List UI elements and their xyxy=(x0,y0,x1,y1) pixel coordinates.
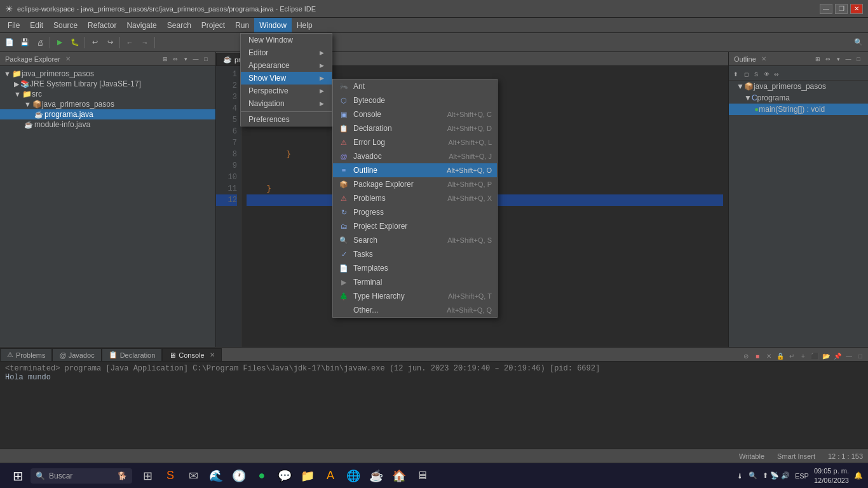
pin-console-button[interactable]: 📌 xyxy=(832,351,843,361)
outline-item-pkg[interactable]: ▼ 📦 java_primeros_pasos xyxy=(729,81,868,92)
maximize-bottom[interactable]: □ xyxy=(855,351,865,361)
menu-help[interactable]: Help xyxy=(292,18,318,32)
sv-ant[interactable]: 🐜 Ant xyxy=(333,79,497,93)
tree-item-package[interactable]: ▼ 📦 java_primeros_pasos xyxy=(0,99,215,109)
taskbar-app-files[interactable]: 📁 xyxy=(297,466,318,486)
menu-appearance[interactable]: Appearance xyxy=(241,59,332,72)
outline-hide-fields[interactable]: ◻ xyxy=(742,70,750,79)
display-selected-button[interactable]: ⬛ xyxy=(810,351,820,361)
scroll-lock-button[interactable]: 🔒 xyxy=(775,351,785,361)
taskbar-app-mail[interactable]: ✉ xyxy=(183,466,203,486)
sv-projexp[interactable]: 🗂 Project Explorer xyxy=(333,219,497,233)
menu-navigate[interactable]: Navigate xyxy=(121,18,161,32)
sv-bytecode[interactable]: ⬡ Bytecode xyxy=(333,93,497,107)
maximize-panel-button[interactable]: □ xyxy=(201,55,210,64)
sv-tasks[interactable]: ✓ Tasks xyxy=(333,247,497,261)
sv-progress[interactable]: ↻ Progress xyxy=(333,205,497,219)
tree-item-project[interactable]: ▼ 📁 java_primeros_pasos xyxy=(0,69,215,79)
debug-button[interactable]: 🐛 xyxy=(68,36,82,50)
open-console-button[interactable]: 📂 xyxy=(821,351,831,361)
outline-close[interactable]: ✕ xyxy=(761,55,766,62)
back-button[interactable]: ← xyxy=(123,36,137,50)
search-box[interactable]: 🔍 Buscar 🐕 xyxy=(31,468,132,484)
menu-refactor[interactable]: Refactor xyxy=(83,18,121,32)
stop-button[interactable]: ■ xyxy=(752,351,763,361)
sv-terminal[interactable]: ▶ Terminal xyxy=(333,275,497,289)
taskbar-app-amazon[interactable]: A xyxy=(320,466,341,486)
tree-item-moduleinfo[interactable]: ☕ module-info.java xyxy=(0,119,215,130)
outline-sort[interactable]: ⬆ xyxy=(731,70,740,79)
taskbar-app-java[interactable]: ☕ xyxy=(366,466,386,486)
console-close[interactable]: ✕ xyxy=(210,351,215,358)
maximize-button[interactable]: ❐ xyxy=(835,4,848,14)
titlebar-controls[interactable]: — ❐ ✕ xyxy=(820,4,863,14)
menu-source[interactable]: Source xyxy=(48,18,83,32)
taskbar-app-sublime[interactable]: S xyxy=(160,466,180,486)
new-button[interactable]: 📄 xyxy=(3,36,17,50)
undo-button[interactable]: ↩ xyxy=(88,36,102,50)
minimize-bottom[interactable]: — xyxy=(844,351,854,361)
taskbar-app-chat[interactable]: 💬 xyxy=(275,466,295,486)
minimize-panel-button[interactable]: — xyxy=(191,55,200,64)
menu-window[interactable]: Window xyxy=(254,18,292,32)
redo-button[interactable]: ↪ xyxy=(103,36,117,50)
taskbar-time-date[interactable]: 09:05 p. m. 12/06/2023 xyxy=(814,466,849,485)
menu-preferences[interactable]: Preferences xyxy=(241,113,332,126)
sv-other[interactable]: Other... Alt+Shift+Q, Q xyxy=(333,303,497,317)
tab-console[interactable]: 🖥 Console ✕ xyxy=(162,348,221,361)
print-button[interactable]: 🖨 xyxy=(33,36,47,50)
tab-problems[interactable]: ⚠ Problems xyxy=(0,348,52,361)
remove-launch-button[interactable]: ✕ xyxy=(764,351,774,361)
sv-console[interactable]: ▣ Console Alt+Shift+Q, C xyxy=(333,107,497,121)
sv-javadoc[interactable]: @ Javadoc Alt+Shift+Q, J xyxy=(333,149,497,163)
outline-view-menu[interactable]: ▾ xyxy=(834,55,843,64)
menu-new-window[interactable]: New Window xyxy=(241,34,332,46)
panel-close-icon[interactable]: ✕ xyxy=(65,55,71,62)
taskbar-app-chrome[interactable]: 🌐 xyxy=(343,466,363,486)
outline-hide-nonpub[interactable]: 👁 xyxy=(762,70,771,79)
outline-sync[interactable]: ⇔ xyxy=(772,70,781,79)
taskbar-app-terminal[interactable]: 🖥 xyxy=(412,466,432,486)
outline-item-main[interactable]: ● main(String[]) : void xyxy=(729,104,868,115)
sv-typehier[interactable]: 🌲 Type Hierarchy Alt+Shift+Q, T xyxy=(333,289,497,303)
menu-perspective[interactable]: Perspective xyxy=(241,85,332,97)
sv-errorlog[interactable]: ⚠ Error Log Alt+Shift+Q, L xyxy=(333,135,497,149)
new-console-button[interactable]: + xyxy=(798,351,808,361)
minimize-button[interactable]: — xyxy=(820,4,832,14)
menu-show-view[interactable]: Show View xyxy=(241,72,332,85)
word-wrap-button[interactable]: ↵ xyxy=(787,351,797,361)
menu-editor[interactable]: Editor xyxy=(241,46,332,59)
taskbar-app-spotify[interactable]: ● xyxy=(252,466,272,486)
outline-minimize[interactable]: — xyxy=(844,55,853,64)
menu-file[interactable]: File xyxy=(3,18,25,32)
sv-search[interactable]: 🔍 Search Alt+Shift+Q, S xyxy=(333,233,497,247)
sv-declaration[interactable]: 📋 Declaration Alt+Shift+Q, D xyxy=(333,121,497,135)
sv-pkgexp[interactable]: 📦 Package Explorer Alt+Shift+Q, P xyxy=(333,177,497,191)
taskbar-app-clock[interactable]: 🕐 xyxy=(229,466,249,486)
taskbar-app-taskview[interactable]: ⊞ xyxy=(137,466,158,486)
run-button[interactable]: ▶ xyxy=(53,36,67,50)
taskbar-app-vpn[interactable]: 🏠 xyxy=(389,466,409,486)
menu-navigation[interactable]: Navigation xyxy=(241,97,332,110)
tab-javadoc[interactable]: @ Javadoc xyxy=(52,348,101,361)
link-with-editor-button[interactable]: ⇔ xyxy=(171,55,180,64)
view-menu-button[interactable]: ▾ xyxy=(181,55,190,64)
save-button[interactable]: 💾 xyxy=(18,36,32,50)
sv-problems[interactable]: ⚠ Problems Alt+Shift+Q, X xyxy=(333,191,497,205)
search-toolbar-button[interactable]: 🔍 xyxy=(851,36,865,50)
outline-maximize[interactable]: □ xyxy=(854,55,863,64)
sv-outline[interactable]: ≡ Outline Alt+Shift+Q, O xyxy=(333,163,497,177)
outline-hide-static[interactable]: S xyxy=(752,70,761,79)
menu-project[interactable]: Project xyxy=(196,18,230,32)
forward-button[interactable]: → xyxy=(138,36,152,50)
tree-item-programa[interactable]: ☕ programa.java xyxy=(0,109,215,119)
menu-edit[interactable]: Edit xyxy=(25,18,48,32)
outline-item-class[interactable]: ▼ C programa xyxy=(729,92,868,104)
tree-item-jre[interactable]: ▶ 📚 JRE System Library [JavaSE-17] xyxy=(0,79,215,89)
collapse-all-button[interactable]: ⊞ xyxy=(161,55,170,64)
menu-run[interactable]: Run xyxy=(230,18,254,32)
taskbar-app-edge[interactable]: 🌊 xyxy=(206,466,226,486)
start-button[interactable]: ⊞ xyxy=(5,466,31,485)
menu-search[interactable]: Search xyxy=(162,18,196,32)
tab-declaration[interactable]: 📋 Declaration xyxy=(102,348,163,361)
